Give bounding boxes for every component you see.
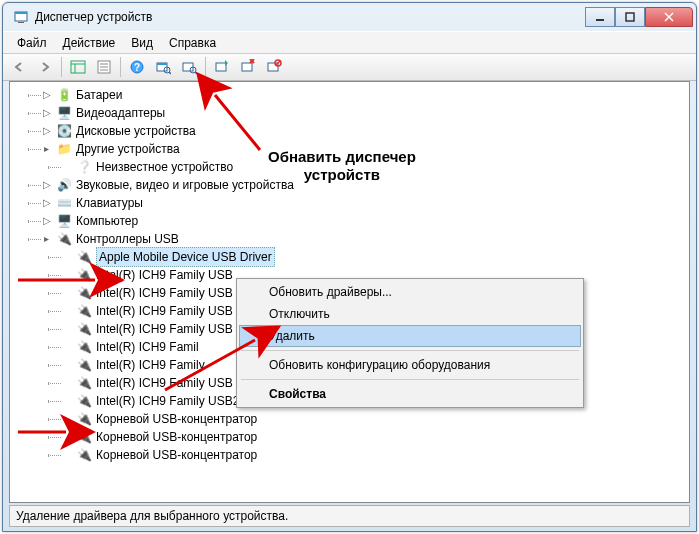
ctx-separator xyxy=(241,379,579,380)
node-label: Корневой USB-концентратор xyxy=(96,410,257,428)
usb-icon: 🔌 xyxy=(56,231,72,247)
expand-icon[interactable]: ▷ xyxy=(41,108,52,119)
node-label: Батареи xyxy=(76,86,122,104)
node-label: Контроллеры USB xyxy=(76,230,179,248)
node-label: Intel(R) ICH9 Family USB xyxy=(96,266,233,284)
titlebar[interactable]: Диспетчер устройств xyxy=(3,3,696,31)
svg-rect-24 xyxy=(242,63,252,71)
expand-icon[interactable]: ▷ xyxy=(41,198,52,209)
update-driver-button[interactable] xyxy=(210,55,234,79)
sound-icon: 🔊 xyxy=(56,177,72,193)
tree-node-selected[interactable]: 🔌Apple Mobile Device USB Driver xyxy=(48,248,689,266)
display-icon: 🖥️ xyxy=(56,105,72,121)
usb-device-icon: 🔌 xyxy=(76,375,92,391)
usb-device-icon: 🔌 xyxy=(76,393,92,409)
ctx-delete[interactable]: Удалить xyxy=(239,325,581,347)
usb-device-icon: 🔌 xyxy=(76,339,92,355)
collapse-icon[interactable]: ▸ xyxy=(41,234,52,245)
node-label: Корневой USB-концентратор xyxy=(96,428,257,446)
tree-node[interactable]: 🔌Корневой USB-концентратор xyxy=(48,428,689,446)
menu-file[interactable]: Файл xyxy=(9,34,55,52)
other-icon: 📁 xyxy=(56,141,72,157)
expand-icon[interactable]: ▷ xyxy=(41,216,52,227)
svg-line-22 xyxy=(195,72,197,74)
svg-rect-7 xyxy=(71,61,85,73)
usb-device-icon: 🔌 xyxy=(76,249,92,265)
usb-device-icon: 🔌 xyxy=(76,447,92,463)
node-label: Видеоадаптеры xyxy=(76,104,165,122)
disable-button[interactable] xyxy=(262,55,286,79)
tree-node[interactable]: 🔌Корневой USB-концентратор xyxy=(48,410,689,428)
node-label: Intel(R) ICH9 Famil xyxy=(96,338,199,356)
tree-node[interactable]: ▸🔌Контроллеры USB xyxy=(28,230,689,248)
svg-rect-17 xyxy=(157,63,167,65)
scan-hardware-button[interactable] xyxy=(151,55,175,79)
window-title: Диспетчер устройств xyxy=(35,10,585,24)
disk-icon: 💽 xyxy=(56,123,72,139)
tree-node[interactable]: ▷🔋Батареи xyxy=(28,86,689,104)
expand-icon[interactable]: ▷ xyxy=(41,180,52,191)
svg-rect-1 xyxy=(15,12,27,14)
svg-text:?: ? xyxy=(134,62,140,73)
node-label: Клавиатуры xyxy=(76,194,143,212)
show-hide-console-button[interactable] xyxy=(66,55,90,79)
minimize-button[interactable] xyxy=(585,7,615,27)
usb-device-icon: 🔌 xyxy=(76,357,92,373)
node-label: Intel(R) ICH9 Family USB xyxy=(96,284,233,302)
menu-action[interactable]: Действие xyxy=(55,34,124,52)
usb-device-icon: 🔌 xyxy=(76,321,92,337)
back-button[interactable] xyxy=(7,55,31,79)
usb-device-icon: 🔌 xyxy=(76,267,92,283)
node-label: Другие устройства xyxy=(76,140,180,158)
tree-node[interactable]: ▷🖥️Видеоадаптеры xyxy=(28,104,689,122)
tree-node[interactable]: 🔌Корневой USB-концентратор xyxy=(48,446,689,464)
help-button[interactable]: ? xyxy=(125,55,149,79)
tree-node[interactable]: ▷⌨️Клавиатуры xyxy=(28,194,689,212)
svg-rect-23 xyxy=(216,63,226,71)
node-label: Intel(R) ICH9 Family USB xyxy=(96,374,233,392)
usb-device-icon: 🔌 xyxy=(76,303,92,319)
scan-hardware-changes-button[interactable] xyxy=(177,55,201,79)
ctx-disable[interactable]: Отключить xyxy=(239,303,581,325)
node-label: Компьютер xyxy=(76,212,138,230)
collapse-icon[interactable]: ▸ xyxy=(41,144,52,155)
app-icon xyxy=(13,9,29,25)
svg-rect-4 xyxy=(626,13,634,21)
node-label: Дисковые устройства xyxy=(76,122,196,140)
ctx-separator xyxy=(241,350,579,351)
menu-view[interactable]: Вид xyxy=(123,34,161,52)
tree-node[interactable]: ▷🖥️Компьютер xyxy=(28,212,689,230)
menubar: Файл Действие Вид Справка xyxy=(3,31,696,53)
device-manager-window: Диспетчер устройств Файл Действие Вид Сп… xyxy=(2,2,697,532)
expand-icon[interactable]: ▷ xyxy=(41,126,52,137)
svg-rect-2 xyxy=(18,22,24,23)
unknown-icon: ❔ xyxy=(76,159,92,175)
ctx-update-drivers[interactable]: Обновить драйверы... xyxy=(239,281,581,303)
ctx-scan-hardware[interactable]: Обновить конфигурацию оборудования xyxy=(239,354,581,376)
expand-icon[interactable]: ▷ xyxy=(41,90,52,101)
usb-device-icon: 🔌 xyxy=(76,429,92,445)
close-button[interactable] xyxy=(645,7,693,27)
usb-device-icon: 🔌 xyxy=(76,411,92,427)
node-label: Apple Mobile Device USB Driver xyxy=(96,247,275,267)
properties-button[interactable] xyxy=(92,55,116,79)
annotation-label: Обнавить диспечер устройств xyxy=(268,148,416,184)
node-label: Неизвестное устройство xyxy=(96,158,233,176)
keyboard-icon: ⌨️ xyxy=(56,195,72,211)
menu-help[interactable]: Справка xyxy=(161,34,224,52)
node-label: Intel(R) ICH9 Family USB xyxy=(96,302,233,320)
computer-icon: 🖥️ xyxy=(56,213,72,229)
node-label: Корневой USB-концентратор xyxy=(96,446,257,464)
usb-device-icon: 🔌 xyxy=(76,285,92,301)
maximize-button[interactable] xyxy=(615,7,645,27)
uninstall-button[interactable] xyxy=(236,55,260,79)
ctx-properties[interactable]: Свойства xyxy=(239,383,581,405)
battery-icon: 🔋 xyxy=(56,87,72,103)
forward-button[interactable] xyxy=(33,55,57,79)
node-label: Звуковые, видео и игровые устройства xyxy=(76,176,294,194)
status-bar: Удаление драйвера для выбранного устройс… xyxy=(9,505,690,527)
context-menu: Обновить драйверы... Отключить Удалить О… xyxy=(236,278,584,408)
toolbar: ? xyxy=(3,53,696,81)
node-label: Intel(R) ICH9 Family xyxy=(96,356,205,374)
tree-node[interactable]: ▷💽Дисковые устройства xyxy=(28,122,689,140)
